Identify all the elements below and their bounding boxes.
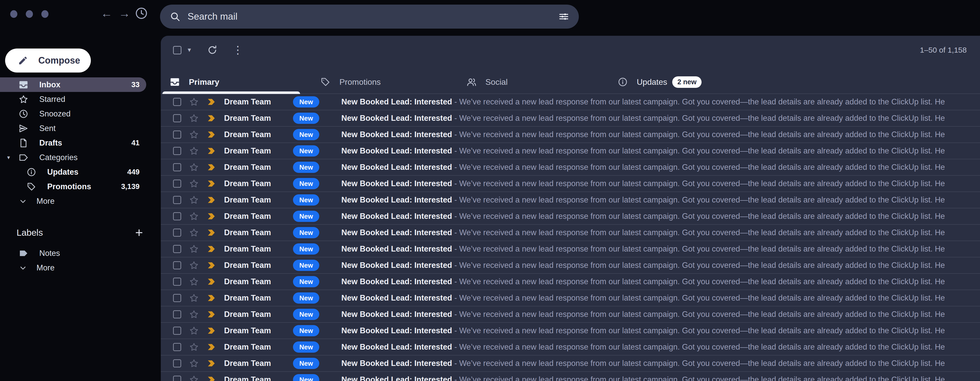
importance-marker-icon[interactable] xyxy=(206,113,216,123)
window-control-dot[interactable] xyxy=(41,10,48,18)
sidebar-item-snoozed[interactable]: Snoozed xyxy=(0,107,146,121)
importance-marker-icon[interactable] xyxy=(206,358,216,368)
row-checkbox[interactable] xyxy=(173,376,181,381)
importance-marker-icon[interactable] xyxy=(206,179,216,189)
mail-row[interactable]: Dream Team New New Booked Lead: Interest… xyxy=(161,339,980,355)
star-icon[interactable] xyxy=(189,244,199,254)
tab-promotions[interactable]: Promotions xyxy=(304,70,451,94)
tab-updates[interactable]: Updates 2 new xyxy=(601,70,702,94)
compose-button[interactable]: Compose xyxy=(5,48,91,73)
mail-row[interactable]: Dream Team New New Booked Lead: Interest… xyxy=(161,176,980,192)
star-icon[interactable] xyxy=(189,260,199,270)
star-icon[interactable] xyxy=(189,228,199,238)
importance-marker-icon[interactable] xyxy=(206,342,216,352)
star-icon[interactable] xyxy=(189,179,199,189)
back-icon[interactable]: ← xyxy=(99,6,115,21)
sidebar-item-promotions[interactable]: Promotions 3,139 xyxy=(0,179,146,194)
tab-primary[interactable]: Primary xyxy=(161,70,304,94)
sidebar-item-inbox[interactable]: Inbox 33 xyxy=(0,77,146,92)
mail-row[interactable]: Dream Team New New Booked Lead: Interest… xyxy=(161,306,980,323)
sidebar-item-drafts[interactable]: Drafts 41 xyxy=(0,136,146,150)
star-icon[interactable] xyxy=(189,358,199,368)
importance-marker-icon[interactable] xyxy=(206,244,216,254)
row-checkbox[interactable] xyxy=(173,310,181,319)
mail-row[interactable]: Dream Team New New Booked Lead: Interest… xyxy=(161,274,980,290)
row-checkbox[interactable] xyxy=(173,196,181,204)
row-checkbox[interactable] xyxy=(173,114,181,122)
importance-marker-icon[interactable] xyxy=(206,211,216,222)
sidebar-labels-more[interactable]: More xyxy=(0,260,146,275)
star-icon[interactable] xyxy=(189,293,199,303)
sidebar-item-starred[interactable]: Starred xyxy=(0,92,146,107)
importance-marker-icon[interactable] xyxy=(206,277,216,287)
importance-marker-icon[interactable] xyxy=(206,228,216,238)
importance-marker-icon[interactable] xyxy=(206,325,216,336)
mail-row[interactable]: Dream Team New New Booked Lead: Interest… xyxy=(161,372,980,381)
mail-row[interactable]: Dream Team New New Booked Lead: Interest… xyxy=(161,257,980,274)
expander-icon[interactable]: ▾ xyxy=(7,154,10,161)
select-dropdown-icon[interactable]: ▼ xyxy=(186,47,192,53)
search-bar[interactable]: Search mail xyxy=(160,5,579,29)
row-checkbox[interactable] xyxy=(173,327,181,335)
importance-marker-icon[interactable] xyxy=(206,375,216,381)
row-checkbox[interactable] xyxy=(173,261,181,269)
search-filter-icon[interactable] xyxy=(558,11,569,22)
mail-row[interactable]: Dream Team New New Booked Lead: Interest… xyxy=(161,208,980,225)
forward-icon[interactable]: → xyxy=(117,6,132,21)
row-checkbox[interactable] xyxy=(173,277,181,286)
importance-marker-icon[interactable] xyxy=(206,309,216,319)
star-icon[interactable] xyxy=(189,342,199,352)
star-icon[interactable] xyxy=(189,277,199,287)
star-icon[interactable] xyxy=(189,211,199,222)
row-checkbox[interactable] xyxy=(173,294,181,302)
tab-social[interactable]: Social xyxy=(451,70,601,94)
importance-marker-icon[interactable] xyxy=(206,195,216,205)
refresh-icon[interactable] xyxy=(207,45,218,56)
mail-row[interactable]: Dream Team New New Booked Lead: Interest… xyxy=(161,323,980,339)
mail-row[interactable]: Dream Team New New Booked Lead: Interest… xyxy=(161,225,980,241)
mail-row[interactable]: Dream Team New New Booked Lead: Interest… xyxy=(161,241,980,257)
row-checkbox[interactable] xyxy=(173,212,181,220)
sidebar-item-categories[interactable]: ▾ Categories xyxy=(0,150,146,165)
star-icon[interactable] xyxy=(189,375,199,381)
sidebar-item-more[interactable]: More xyxy=(0,194,146,208)
more-options-icon[interactable]: ⋮ xyxy=(232,45,243,56)
star-icon[interactable] xyxy=(189,325,199,336)
star-icon[interactable] xyxy=(189,129,199,140)
row-checkbox[interactable] xyxy=(173,163,181,171)
select-all-checkbox[interactable] xyxy=(173,46,181,54)
row-checkbox[interactable] xyxy=(173,228,181,237)
star-icon[interactable] xyxy=(189,162,199,172)
importance-marker-icon[interactable] xyxy=(206,97,216,107)
create-label-icon[interactable]: + xyxy=(135,226,143,239)
history-icon[interactable] xyxy=(135,6,148,20)
row-checkbox[interactable] xyxy=(173,131,181,139)
star-icon[interactable] xyxy=(189,113,199,123)
importance-marker-icon[interactable] xyxy=(206,129,216,140)
mail-row[interactable]: Dream Team New New Booked Lead: Interest… xyxy=(161,355,980,372)
importance-marker-icon[interactable] xyxy=(206,162,216,172)
mail-row[interactable]: Dream Team New New Booked Lead: Interest… xyxy=(161,290,980,306)
importance-marker-icon[interactable] xyxy=(206,146,216,156)
row-checkbox[interactable] xyxy=(173,98,181,106)
mail-row[interactable]: Dream Team New New Booked Lead: Interest… xyxy=(161,143,980,159)
row-checkbox[interactable] xyxy=(173,343,181,351)
importance-marker-icon[interactable] xyxy=(206,260,216,270)
mail-row[interactable]: Dream Team New New Booked Lead: Interest… xyxy=(161,127,980,143)
window-control-dot[interactable] xyxy=(26,10,33,18)
mail-row[interactable]: Dream Team New New Booked Lead: Interest… xyxy=(161,159,980,176)
search-input[interactable]: Search mail xyxy=(188,11,237,22)
sidebar-item-updates[interactable]: Updates 449 xyxy=(0,165,146,179)
star-icon[interactable] xyxy=(189,146,199,156)
star-icon[interactable] xyxy=(189,309,199,319)
mail-row[interactable]: Dream Team New New Booked Lead: Interest… xyxy=(161,94,980,110)
sidebar-item-sent[interactable]: Sent xyxy=(0,121,146,136)
star-icon[interactable] xyxy=(189,195,199,205)
row-checkbox[interactable] xyxy=(173,359,181,367)
row-checkbox[interactable] xyxy=(173,147,181,155)
mail-row[interactable]: Dream Team New New Booked Lead: Interest… xyxy=(161,110,980,127)
star-icon[interactable] xyxy=(189,97,199,107)
window-control-dot[interactable] xyxy=(10,10,18,18)
row-checkbox[interactable] xyxy=(173,245,181,253)
row-checkbox[interactable] xyxy=(173,180,181,188)
